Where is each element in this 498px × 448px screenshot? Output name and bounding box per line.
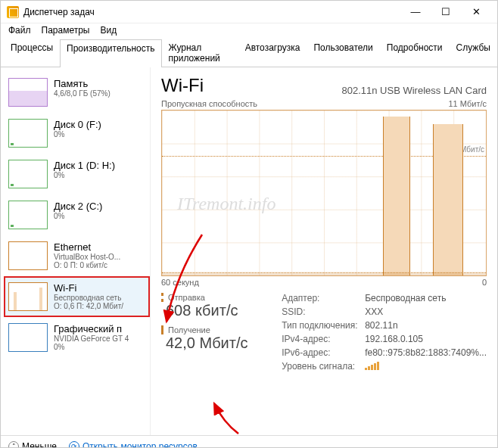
tab-performance[interactable]: Производительность xyxy=(60,39,161,67)
resource-monitor-icon: ⟳ xyxy=(69,441,79,449)
sidebar-item-sub2: О: 0 П: 0 кбит/с xyxy=(54,261,120,269)
tab-processes[interactable]: Процессы xyxy=(4,39,60,67)
menu-file[interactable]: Файл xyxy=(8,25,31,37)
info-conn-k: Тип подключения: xyxy=(282,320,365,331)
content-area: Память 4,6/8,0 ГБ (57%) Диск 0 (F:) 0% Д… xyxy=(1,67,497,435)
info-adapter-v: Беспроводная сеть xyxy=(365,293,487,303)
tab-bar: Процессы Производительность Журнал прило… xyxy=(1,39,497,67)
info-ipv6-k: IPv6-адрес: xyxy=(282,347,365,358)
menu-bar: Файл Параметры Вид xyxy=(1,23,497,39)
sidebar-item-sub: 0% xyxy=(54,130,101,138)
send-value: 608 кбит/с xyxy=(161,302,263,319)
fewer-details-label: Меньше xyxy=(22,441,57,449)
menu-options[interactable]: Параметры xyxy=(42,25,90,37)
minimize-button[interactable]: — xyxy=(400,2,431,23)
stats-area: Отправка 608 кбит/с Получение 42,0 Мбит/… xyxy=(161,293,487,372)
sidebar-item-wifi[interactable]: Wi-Fi Беспроводная сеть О: 0,6 П: 42,0 М… xyxy=(4,276,150,317)
fewer-details-button[interactable]: ˄ Меньше xyxy=(8,441,57,449)
main-panel: Wi-Fi 802.11n USB Wireless LAN Card Проп… xyxy=(151,67,497,435)
info-ipv4-k: IPv4-адрес: xyxy=(282,334,365,344)
sidebar-item-sub: 0% xyxy=(54,212,102,220)
info-adapter-k: Адаптер: xyxy=(282,293,365,303)
info-ssid-k: SSID: xyxy=(282,306,365,317)
chart-time-right: 0 xyxy=(482,278,487,287)
app-icon xyxy=(7,6,19,18)
window-controls: — ☐ ✕ xyxy=(400,2,491,23)
send-label: Отправка xyxy=(161,293,263,302)
signal-bars-icon xyxy=(365,361,487,372)
footer-bar: ˄ Меньше ⟳ Открыть монитор ресурсов xyxy=(1,435,497,448)
menu-view[interactable]: Вид xyxy=(100,25,117,37)
info-ipv6-v: fe80::975:8b82:1883:7409%... xyxy=(365,347,487,358)
throughput-chart: ITremont.info 7,7 Мбит/с xyxy=(161,110,487,276)
sidebar-item-disk2[interactable]: Диск 2 (C:) 0% xyxy=(4,194,150,235)
recv-label: Получение xyxy=(161,325,263,334)
disk-thumb-icon xyxy=(8,201,48,229)
info-ipv4-v: 192.168.0.105 xyxy=(365,334,487,344)
window-title: Диспетчер задач xyxy=(23,7,400,17)
open-resource-monitor-link[interactable]: ⟳ Открыть монитор ресурсов xyxy=(69,441,198,449)
sidebar-item-label: Ethernet xyxy=(54,241,120,253)
tab-details[interactable]: Подробности xyxy=(380,39,450,67)
sidebar-item-label: Диск 0 (F:) xyxy=(54,119,101,130)
maximize-button[interactable]: ☐ xyxy=(431,2,461,23)
sidebar-item-disk0[interactable]: Диск 0 (F:) 0% xyxy=(4,113,150,154)
sidebar[interactable]: Память 4,6/8,0 ГБ (57%) Диск 0 (F:) 0% Д… xyxy=(1,67,151,435)
sidebar-item-label: Память xyxy=(54,78,110,89)
tab-app-history[interactable]: Журнал приложений xyxy=(162,39,238,67)
sidebar-item-label: Wi-Fi xyxy=(54,282,123,294)
info-grid: Адаптер: Беспроводная сеть SSID: XXX Тип… xyxy=(282,293,487,372)
gpu-thumb-icon xyxy=(8,323,48,352)
chart-time-left: 60 секунд xyxy=(161,278,199,287)
disk-thumb-icon xyxy=(8,160,48,188)
tab-startup[interactable]: Автозагрузка xyxy=(238,39,307,67)
title-bar: Диспетчер задач — ☐ ✕ xyxy=(1,1,497,23)
wifi-thumb-icon xyxy=(8,282,48,311)
page-title: Wi-Fi xyxy=(161,75,204,96)
ethernet-thumb-icon xyxy=(8,241,48,270)
recv-value: 42,0 Мбит/с xyxy=(161,334,263,352)
sidebar-item-sub: 4,6/8,0 ГБ (57%) xyxy=(54,89,110,98)
info-signal-k: Уровень сигнала: xyxy=(282,361,365,372)
open-resource-monitor-label: Открыть монитор ресурсов xyxy=(82,441,198,449)
sidebar-item-sub2: 0% xyxy=(54,343,129,351)
sidebar-item-sub: 0% xyxy=(54,171,115,179)
chart-top-label: Пропускная способность xyxy=(161,99,257,108)
sidebar-item-ethernet[interactable]: Ethernet VirtualBox Host-O... О: 0 П: 0 … xyxy=(4,235,150,276)
sidebar-item-label: Диск 2 (C:) xyxy=(54,201,102,212)
adapter-name: 802.11n USB Wireless LAN Card xyxy=(342,85,487,96)
memory-thumb-icon xyxy=(8,78,48,107)
sidebar-item-sub: NVIDIA GeForce GT 4 xyxy=(54,334,129,343)
tab-services[interactable]: Службы xyxy=(450,39,497,67)
close-button[interactable]: ✕ xyxy=(461,2,491,23)
sidebar-item-memory[interactable]: Память 4,6/8,0 ГБ (57%) xyxy=(4,72,150,113)
sidebar-item-disk1[interactable]: Диск 1 (D: H:) 0% xyxy=(4,154,150,194)
sidebar-item-sub2: О: 0,6 П: 42,0 Мбит/ xyxy=(54,302,123,310)
sidebar-item-sub: VirtualBox Host-O... xyxy=(54,253,120,261)
disk-thumb-icon xyxy=(8,119,48,148)
chevron-up-icon: ˄ xyxy=(8,441,19,449)
sidebar-item-sub: Беспроводная сеть xyxy=(54,294,123,302)
sidebar-item-label: Графический п xyxy=(54,323,129,334)
chart-max-label: 11 Мбит/с xyxy=(449,99,487,108)
info-ssid-v: XXX xyxy=(365,306,487,317)
info-conn-v: 802.11n xyxy=(365,320,487,331)
sidebar-item-gpu[interactable]: Графический п NVIDIA GeForce GT 4 0% xyxy=(4,317,150,358)
tab-users[interactable]: Пользователи xyxy=(307,39,379,67)
sidebar-item-label: Диск 1 (D: H:) xyxy=(54,160,115,171)
